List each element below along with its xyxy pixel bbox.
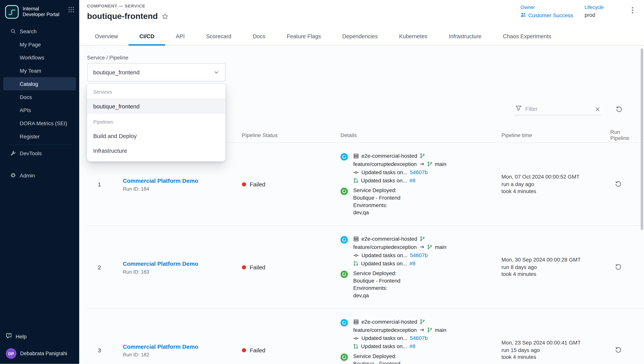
owner-value: Customer Success [528,12,573,18]
rerun-pipeline-button[interactable] [614,180,623,189]
run-number[interactable]: 2 [87,264,112,270]
commit-hash-link[interactable]: 54607b [410,335,428,342]
git-commit-icon [353,335,359,341]
pull-request-icon [353,178,358,183]
sidebar-item-docs[interactable]: Docs [3,90,76,104]
git-branch-icon [420,319,425,324]
clear-filter-icon[interactable] [594,106,601,112]
header-pipeline-time: Pipeline time [502,132,610,138]
commit-hash-link[interactable]: 54607b [410,252,428,258]
sidebar-item-dora-metrics[interactable]: DORA Metrics (SEI) [3,116,76,130]
run-id: Run ID: 184 [123,186,242,192]
svg-text:?: ? [8,334,9,337]
pipeline-name-link[interactable]: Commercial Platform Demo [123,343,198,350]
main-panel: COMPONENT — SERVICE boutique-frontend Ow… [79,0,644,364]
tab-scorecard[interactable]: Scorecard [196,27,242,45]
pipeline-name-link[interactable]: Commercial Platform Demo [123,260,198,267]
lifecycle-value: prod [584,12,604,18]
run-date: Mon, 30 Sep 2024 00:00:28 GMT [502,256,610,264]
sidebar-item-my-page[interactable]: My Page [3,38,76,51]
source-branch: feature/corruptedexception [353,161,417,167]
vertical-scrollbar[interactable] [641,48,643,230]
git-branch-icon [427,244,432,250]
favorite-star-icon[interactable] [162,13,168,20]
sidebar-item-label: My Team [20,68,41,74]
select-value: boutique_frontend [93,69,140,76]
refresh-icon[interactable] [615,105,623,114]
target-branch: main [435,161,446,167]
tab-chaos-experiments[interactable]: Chaos Experiments [492,27,562,45]
dropdown-option-infrastructure[interactable]: Infrastructure [87,144,226,158]
service-pipeline-label: Service / Pipeline [87,46,644,60]
tab-kubernetes[interactable]: Kubernetes [388,27,438,45]
sidebar-item-apis[interactable]: APIs [3,104,76,116]
header-meta: Owner Customer Success Lifecycle prod [520,3,636,27]
status-dot [242,182,246,186]
deploy-service: Boutique - Frontend [353,360,400,364]
sidebar-item-label: APIs [20,107,31,113]
git-branch-icon [427,161,432,167]
deploy-title: Service Deployed: [353,353,400,360]
more-options-icon[interactable] [629,4,636,15]
pipeline-name-link[interactable]: Commercial Platform Demo [123,177,198,184]
sidebar-item-search[interactable]: Search [3,25,76,38]
sidebar-header: Internal Developer Portal [0,0,79,22]
chevron-down-icon [214,70,219,75]
user-menu[interactable]: DP Debabrata Panigrahi [6,348,74,359]
details-cell: e2e-commercial-hosted feature/corruptede… [340,318,502,364]
rerun-pipeline-button[interactable] [614,262,623,272]
sidebar-item-label: Admin [20,172,35,178]
pr-number-link[interactable]: #8 [410,177,415,184]
git-branch-icon [427,327,432,333]
header-pipeline-status: Pipeline Status [242,132,340,138]
git-commit-icon [353,170,359,175]
page-title: boutique-frontend [87,12,158,21]
tab-cicd[interactable]: CI/CD [129,27,165,45]
pr-number-link[interactable]: #8 [410,343,415,350]
sidebar-nav: Search My Page Workflows My Team Catalog… [0,22,79,182]
ci-stage-icon [340,236,348,243]
rerun-pipeline-button[interactable] [614,345,623,355]
run-ago: run 8 days ago [502,264,610,271]
arrow-right-icon [419,244,424,250]
tab-infrastructure[interactable]: Infrastructure [438,27,492,45]
arrow-right-icon [419,327,424,333]
sidebar-item-workflows[interactable]: Workflows [3,51,76,64]
apps-grid-icon[interactable] [67,5,75,16]
tab-overview[interactable]: Overview [84,27,129,45]
ci-stage-icon [340,153,348,160]
dropdown-option-boutique-frontend[interactable]: boutique_frontend [87,99,226,114]
repo-name: e2e-commercial-hosted [362,236,417,242]
git-commit-icon [353,252,359,258]
filter-input[interactable] [524,106,592,112]
run-ago: run 15 days ago [502,346,610,354]
service-pipeline-select[interactable]: boutique_frontend [87,63,226,82]
sidebar-item-label: Docs [20,94,32,100]
filter-field [514,103,602,115]
time-cell: Mon, 07 Oct 2024 00:00:52 GMT run a day … [502,174,610,195]
sidebar-item-my-team[interactable]: My Team [3,64,76,77]
sidebar-item-register[interactable]: Register [3,130,76,143]
owner-link[interactable]: Customer Success [520,12,573,19]
wrench-icon [10,150,16,156]
run-number[interactable]: 1 [87,181,112,187]
lifecycle-label: Lifecycle [584,4,604,10]
dropdown-option-build-and-deploy[interactable]: Build and Deploy [87,128,226,143]
sidebar-item-admin[interactable]: Admin [3,169,76,182]
tab-docs[interactable]: Docs [242,27,276,45]
commit-hash-link[interactable]: 54607b [410,169,428,176]
help-button[interactable]: ? Help [6,330,74,342]
sidebar-item-devtools[interactable]: DevTools [3,147,76,160]
git-branch-icon [420,153,425,158]
run-id: Run ID: 183 [123,269,242,274]
tab-dependencies[interactable]: Dependencies [332,27,388,45]
deploy-title: Service Deployed: [353,187,400,194]
sidebar-item-catalog[interactable]: Catalog [3,77,76,90]
tab-api[interactable]: API [165,27,195,45]
pr-number-link[interactable]: #8 [410,260,415,267]
cd-stage-icon [340,188,348,195]
tab-feature-flags[interactable]: Feature Flags [276,27,332,45]
run-number[interactable]: 3 [87,347,112,353]
pipeline-cell: Commercial Platform Demo Run ID: 183 [112,260,242,274]
cd-stage-icon [340,270,348,278]
